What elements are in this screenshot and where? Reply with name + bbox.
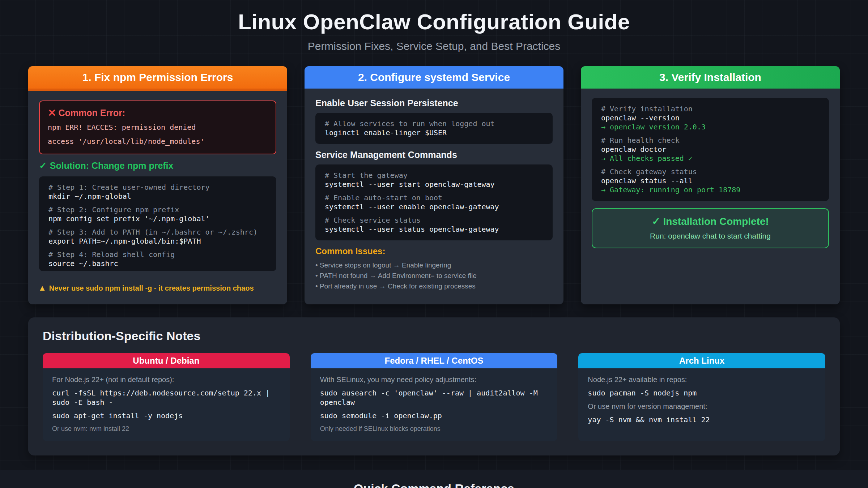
distro-note: For Node.js 22+ (not in default repos):	[52, 375, 280, 384]
section-heading-service-mgmt: Service Management Commands	[315, 150, 553, 160]
distro-note: Node.js 22+ available in repos:	[588, 375, 816, 384]
distro-arch-body: Node.js 22+ available in repos: sudo pac…	[578, 368, 825, 441]
complete-subtitle: Run: openclaw chat to start chatting	[596, 232, 825, 240]
page-header: Linux OpenClaw Configuration Guide Permi…	[28, 9, 840, 52]
code-command: systemctl --user enable openclaw-gateway	[325, 202, 543, 211]
solution-check-icon: ✓	[39, 160, 47, 171]
card-verify-body: # Verify installation openclaw --version…	[581, 89, 840, 304]
service-mgmt-code-block: # Start the gateway systemctl --user sta…	[315, 164, 553, 240]
distro-note: Or use nvm for version management:	[588, 402, 816, 411]
error-line: access '/usr/local/lib/node_modules'	[48, 136, 268, 147]
card-npm-body: ✕ Common Error: npm ERR! EACCES: permiss…	[28, 91, 287, 304]
distro-command: sudo pacman -S nodejs npm	[588, 388, 816, 398]
distro-card-fedora: Fedora / RHEL / CentOS With SELinux, you…	[311, 353, 558, 441]
issue-item: • PATH not found → Add Environment= to s…	[315, 270, 553, 281]
code-comment: # Step 1: Create user-owned directory	[48, 183, 267, 192]
installation-complete-banner: ✓ Installation Complete! Run: openclaw c…	[592, 208, 829, 248]
card-systemd-title: 2. Configure systemd Service	[358, 71, 510, 84]
npm-steps-code-block: # Step 1: Create user-owned directory mk…	[39, 176, 276, 271]
distro-row: Ubuntu / Debian For Node.js 22+ (not in …	[43, 353, 825, 441]
section-heading-linger: Enable User Session Persistence	[315, 98, 553, 108]
issue-item: • Port already in use → Check for existi…	[315, 281, 553, 291]
code-command: openclaw doctor	[601, 145, 820, 154]
code-output: → Gateway: running on port 18789	[601, 185, 820, 194]
card-npm-permissions: 1. Fix npm Permission Errors ✕ Common Er…	[28, 66, 287, 304]
card-verify-installation: 3. Verify Installation # Verify installa…	[581, 66, 840, 304]
code-step: # Run health check openclaw doctor → All…	[601, 136, 820, 163]
distro-command: sudo apt-get install -y nodejs	[52, 411, 280, 420]
code-command: source ~/.bashrc	[48, 259, 267, 268]
distro-arch-header: Arch Linux	[578, 353, 825, 368]
distro-card-arch: Arch Linux Node.js 22+ available in repo…	[578, 353, 825, 441]
distro-command: yay -S nvm && nvm install 22	[588, 415, 816, 424]
solution-label: Solution: Change npm prefix	[50, 160, 174, 171]
verify-code-block: # Verify installation openclaw --version…	[592, 98, 829, 201]
card-systemd-header: 2. Configure systemd Service	[305, 66, 563, 89]
distro-command: curl -fsSL https://deb.nodesource.com/se…	[52, 388, 280, 407]
code-comment: # Check gateway status	[601, 167, 820, 176]
distro-command: sudo ausearch -c 'openclaw' --raw | audi…	[320, 388, 548, 407]
code-comment: # Allow services to run when logged out	[325, 119, 543, 128]
error-title: Common Error:	[58, 108, 125, 118]
card-systemd-body: Enable User Session Persistence # Allow …	[305, 89, 563, 304]
code-command: export PATH=~/.npm-global/bin:$PATH	[48, 237, 267, 246]
code-step: # Step 1: Create user-owned directory mk…	[48, 183, 267, 201]
code-output: → openclaw version 2.0.3	[601, 123, 820, 132]
code-step: # Check service status systemctl --user …	[325, 216, 543, 234]
distro-footnote: Or use nvm: nvm install 22	[52, 424, 280, 433]
quick-reference-section: Quick Command Reference Check Node Versi…	[0, 470, 868, 488]
code-command: mkdir ~/.npm-global	[48, 192, 267, 201]
code-comment: # Verify installation	[601, 104, 820, 114]
warning-text: Never use sudo npm install -g - it creat…	[49, 284, 254, 292]
distro-fedora-name: Fedora / RHEL / CentOS	[385, 356, 484, 366]
error-x-icon: ✕	[48, 107, 56, 119]
code-comment: # Start the gateway	[325, 171, 543, 180]
common-issues-title: Common Issues:	[315, 246, 553, 256]
complete-title-row: ✓ Installation Complete!	[596, 215, 825, 227]
card-npm-header: 1. Fix npm Permission Errors	[28, 66, 287, 91]
code-comment: # Run health check	[601, 136, 820, 145]
common-error-box: ✕ Common Error: npm ERR! EACCES: permiss…	[39, 100, 276, 154]
main-cards-row: 1. Fix npm Permission Errors ✕ Common Er…	[28, 66, 840, 304]
code-comment: # Check service status	[325, 216, 543, 225]
code-step: # Enable auto-start on boot systemctl --…	[325, 193, 543, 211]
code-comment: # Step 3: Add to PATH (in ~/.bashrc or ~…	[48, 228, 267, 237]
card-verify-header: 3. Verify Installation	[581, 66, 840, 89]
distribution-notes-title: Distribution-Specific Notes	[43, 329, 825, 343]
error-line: npm ERR! EACCES: permission denied	[48, 122, 268, 133]
distro-ubuntu-header: Ubuntu / Debian	[43, 353, 290, 368]
code-command: loginctl enable-linger $USER	[325, 128, 543, 137]
main-content-area: Linux OpenClaw Configuration Guide Permi…	[0, 0, 868, 470]
issue-item: • Service stops on logout → Enable linge…	[315, 260, 553, 270]
code-step: # Check gateway status openclaw status -…	[601, 167, 820, 194]
code-comment: # Step 2: Configure npm prefix	[48, 205, 267, 214]
card-npm-title: 1. Fix npm Permission Errors	[82, 71, 233, 84]
solution-row: ✓ Solution: Change npm prefix	[39, 160, 276, 171]
distro-command: sudo semodule -i openclaw.pp	[320, 411, 548, 420]
linger-code-block: # Allow services to run when logged out …	[315, 113, 553, 144]
error-title-row: ✕ Common Error:	[48, 107, 268, 119]
code-comment: # Step 4: Reload shell config	[48, 250, 267, 259]
code-command: systemctl --user status openclaw-gateway	[325, 225, 543, 234]
code-step: # Allow services to run when logged out …	[325, 119, 543, 137]
distro-fedora-body: With SELinux, you may need policy adjust…	[311, 368, 558, 441]
distro-note: With SELinux, you may need policy adjust…	[320, 375, 548, 384]
warning-triangle-icon: ▲	[38, 283, 46, 293]
code-comment: # Enable auto-start on boot	[325, 193, 543, 202]
code-step: # Start the gateway systemctl --user sta…	[325, 171, 543, 189]
code-step: # Verify installation openclaw --version…	[601, 104, 820, 132]
code-output: → All checks passed ✓	[601, 154, 820, 163]
distro-footnote: Only needed if SELinux blocks operations	[320, 424, 548, 433]
code-step: # Step 2: Configure npm prefix npm confi…	[48, 205, 267, 223]
card-verify-title: 3. Verify Installation	[659, 71, 761, 84]
distro-fedora-header: Fedora / RHEL / CentOS	[311, 353, 558, 368]
complete-title: Installation Complete!	[663, 216, 769, 227]
distro-card-ubuntu: Ubuntu / Debian For Node.js 22+ (not in …	[43, 353, 290, 441]
card-systemd-service: 2. Configure systemd Service Enable User…	[305, 66, 563, 304]
sudo-warning: ▲ Never use sudo npm install -g - it cre…	[38, 283, 254, 293]
code-command: npm config set prefix '~/.npm-global'	[48, 214, 267, 223]
code-command: openclaw status --all	[601, 176, 820, 185]
code-command: openclaw --version	[601, 114, 820, 123]
distribution-notes-section: Distribution-Specific Notes Ubuntu / Deb…	[28, 317, 840, 455]
code-step: # Step 3: Add to PATH (in ~/.bashrc or ~…	[48, 228, 267, 246]
